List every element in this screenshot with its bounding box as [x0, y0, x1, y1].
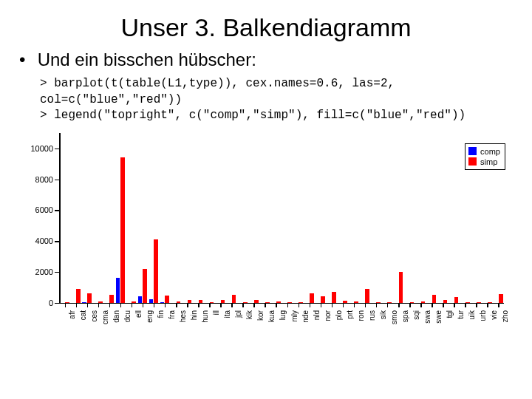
x-tick — [310, 303, 311, 307]
x-tick-label: tur — [457, 310, 465, 340]
x-tick-label: dcu — [123, 310, 132, 340]
bar-simp — [143, 269, 147, 303]
x-tick-label: hin — [190, 310, 198, 340]
x-tick — [420, 303, 422, 307]
y-tick-label: 2000 — [21, 267, 53, 276]
x-tick-label: urb — [479, 310, 487, 340]
bar-simp — [321, 296, 325, 302]
x-tick — [387, 303, 389, 307]
x-tick-label: swa — [423, 310, 432, 340]
x-tick-label: rus — [368, 310, 376, 340]
x-tick — [299, 303, 300, 307]
x-tick — [376, 303, 378, 307]
y-tick — [55, 210, 59, 211]
x-tick-label: tgl — [446, 310, 454, 340]
x-tick — [465, 303, 466, 307]
x-tick — [487, 303, 488, 307]
x-tick-label: mly — [290, 310, 299, 340]
y-tick-label: 8000 — [21, 175, 53, 184]
y-tick-label: 6000 — [21, 205, 53, 214]
bullet-text: Und ein bisschen hübscher: — [38, 50, 256, 69]
x-tick — [120, 303, 122, 307]
x-tick — [87, 303, 89, 307]
x-tick — [165, 303, 166, 307]
x-tick — [443, 303, 444, 307]
x-tick-label: zho — [501, 310, 509, 340]
x-tick-label: afr — [68, 310, 76, 340]
x-tick-label: kik — [245, 310, 253, 340]
x-tick-label: sqi — [412, 310, 420, 340]
x-tick-label: nld — [313, 310, 321, 340]
x-tick — [231, 303, 233, 307]
x-tick-label: cat — [79, 310, 87, 340]
x-tick-label: nor — [324, 310, 332, 340]
x-tick — [176, 303, 177, 307]
y-tick — [55, 272, 59, 273]
y-tick-label: 10000 — [21, 144, 53, 153]
x-tick — [154, 303, 155, 307]
x-tick-label: kua — [267, 310, 276, 340]
bar-simp — [154, 239, 158, 303]
x-tick-label: ces — [90, 310, 98, 340]
x-tick — [209, 303, 211, 307]
x-tick — [187, 303, 188, 307]
x-tick — [498, 303, 499, 307]
bar-simp — [332, 292, 336, 303]
x-tick-label: hes — [179, 310, 187, 340]
x-tick — [454, 303, 455, 307]
x-tick-label: lug — [279, 310, 287, 340]
x-tick — [220, 303, 222, 307]
x-tick-label: swe — [434, 310, 443, 340]
x-tick — [65, 303, 66, 307]
x-tick — [242, 303, 244, 307]
x-tick — [253, 303, 255, 307]
plot-area — [59, 133, 504, 303]
bar-simp — [120, 157, 125, 303]
x-tick-label: sik — [379, 310, 387, 340]
x-tick — [432, 303, 433, 307]
x-tick-label: ita — [223, 310, 231, 340]
bar-simp — [87, 293, 92, 303]
legend-swatch — [468, 147, 477, 155]
y-tick — [55, 149, 59, 150]
x-tick-label: ron — [357, 310, 365, 340]
x-tick-label: jpl — [234, 310, 242, 340]
bar-simp — [232, 295, 236, 302]
x-tick — [287, 303, 289, 307]
x-tick — [132, 303, 133, 307]
bar-comp — [116, 278, 120, 302]
bar-comp — [138, 296, 143, 302]
x-tick — [143, 303, 144, 307]
legend-swatch — [468, 157, 477, 166]
x-tick — [398, 303, 400, 307]
bar-simp — [499, 294, 503, 303]
y-tick — [55, 180, 59, 181]
x-tick-label: prt — [346, 310, 354, 340]
x-axis — [59, 303, 504, 304]
x-tick — [409, 303, 411, 307]
legend: compsimp — [465, 143, 505, 170]
x-tick — [321, 303, 322, 307]
x-tick-label: nde — [301, 310, 310, 340]
x-tick-label: ill — [212, 310, 220, 340]
bar-simp — [310, 293, 314, 303]
x-tick-label: plo — [335, 310, 343, 340]
x-tick — [476, 303, 477, 307]
x-tick-label: spa — [401, 310, 409, 340]
x-tick-label: vie — [490, 310, 498, 340]
x-tick-label: ell — [134, 310, 143, 340]
x-tick-label: fra — [168, 310, 176, 340]
bullet-line: • Und ein bisschen hübscher: — [19, 50, 517, 70]
x-tick — [265, 303, 266, 307]
x-tick — [365, 303, 366, 307]
x-tick-label: cma — [101, 310, 109, 340]
code-block: > barplot(t(table(L1,type)), cex.names=0… — [40, 76, 513, 124]
x-tick-label: eng — [146, 310, 154, 340]
slide: Unser 3. Balkendiagramm • Und ein bissch… — [0, 0, 532, 399]
x-tick-label: uik — [468, 310, 476, 340]
y-tick-label: 0 — [21, 299, 53, 307]
x-tick — [343, 303, 344, 307]
legend-label: simp — [480, 157, 497, 167]
bar-simp — [165, 296, 169, 302]
legend-row: simp — [468, 157, 500, 167]
